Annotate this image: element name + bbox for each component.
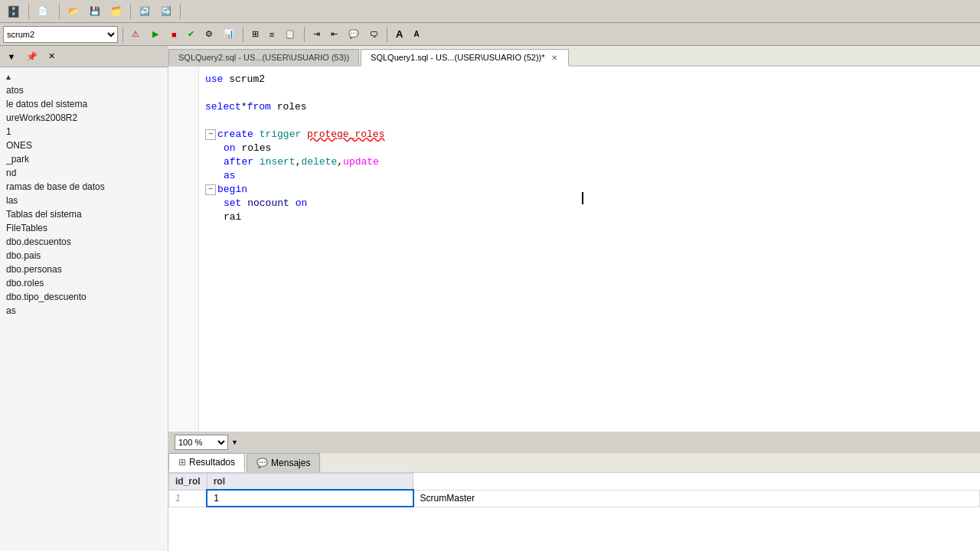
est-plan-icon: 📊 [224, 29, 234, 39]
code-line-use: use scrum2 [205, 73, 980, 86]
sidebar-item-4[interactable]: ONES [0, 139, 168, 152]
sidebar-item-12[interactable]: dbo.pais [0, 249, 168, 262]
kw-on2: on [296, 197, 308, 210]
save-icon: 💾 [90, 6, 100, 16]
parse-icon: ✔ [188, 29, 194, 39]
tab-sqlquery2[interactable]: SQLQuery2.sql - US...(USER\USUARIO (53)) [168, 49, 359, 65]
resultados-label: Resultados [189, 457, 235, 468]
redo-icon: ↪️ [161, 6, 172, 16]
kw-use: use [205, 73, 223, 86]
sidebar-item-1[interactable]: le datos del sistema [0, 97, 168, 111]
col-header-id-rol: id_rol [169, 474, 207, 491]
results-table: id_rol rol 11ScrumMaster [168, 473, 980, 507]
collapse-begin-btn[interactable]: − [205, 184, 216, 195]
code-area[interactable]: use scrum2 select*from roles − create tr… [199, 67, 980, 432]
results-tabs: ⊞ Resultados 💬 Mensajes [168, 453, 980, 473]
results-grid-icon: ⊞ [178, 457, 186, 468]
editor-bottom-bar: 100 % 75 % 150 % 200 % ▼ [168, 432, 980, 452]
kw-create: create [217, 128, 253, 142]
results-to-file-btn[interactable]: 📋 [281, 27, 299, 41]
sidebar-item-14[interactable]: dbo.roles [0, 276, 168, 290]
include-actual-plan-btn[interactable]: ⚙ [201, 27, 217, 41]
sidebar-item-10[interactable]: FileTables [0, 221, 168, 235]
zoom-dropdown-icon: ▼ [231, 439, 238, 446]
sidebar-item-7[interactable]: ramas de base de datos [0, 180, 168, 194]
sidebar-item-6[interactable]: nd [0, 166, 168, 180]
sidebar-item-0[interactable]: atos [0, 83, 168, 97]
code-editor[interactable]: use scrum2 select*from roles − create tr… [168, 67, 980, 432]
sidebar-item-11[interactable]: dbo.descuentos [0, 235, 168, 249]
results-tab-mensajes[interactable]: 💬 Mensajes [247, 453, 320, 472]
sidebar-pin-btn[interactable]: 📌 [23, 48, 40, 65]
tabs-bar: SQLQuery2.sql - US...(USER\USUARIO (53))… [168, 46, 980, 67]
line-numbers [168, 67, 199, 432]
sidebar-close-btn[interactable]: ✕ [43, 48, 60, 65]
increase-indent-btn[interactable]: ⇥ [309, 27, 324, 41]
database-selector[interactable]: scrum2 [3, 26, 118, 43]
code-line-set: set nocount on [205, 197, 980, 210]
zoom-selector[interactable]: 100 % 75 % 150 % 200 % [175, 435, 228, 450]
comment-icon: 💬 [348, 29, 359, 39]
cell-id-rol[interactable]: 1 [207, 490, 413, 507]
stop-btn[interactable]: ■ [168, 28, 181, 41]
tab-sqlquery1-close[interactable]: ✕ [550, 54, 559, 62]
separator-6 [243, 27, 243, 42]
space [253, 128, 260, 142]
sidebar-item-15[interactable]: dbo.tipo_descuento [0, 290, 168, 304]
sidebar-item-3[interactable]: 1 [0, 125, 168, 139]
separator-5 [122, 27, 123, 42]
undo-btn[interactable]: ↩️ [136, 4, 154, 18]
play-icon: ▶ [152, 29, 158, 39]
collapse-icon: ▲ [5, 73, 12, 81]
depurar-btn[interactable]: ▶ [149, 27, 165, 41]
sidebar-menu-btn[interactable]: ▼ [3, 48, 20, 65]
results-header-row: id_rol rol [169, 474, 980, 491]
font-increase-btn[interactable]: A [392, 26, 407, 42]
code-line-after: after insert , delete , update [205, 155, 980, 169]
results-to-text-btn[interactable]: ≡ [266, 28, 278, 41]
tab-sqlquery1[interactable]: SQLQuery1.sql - US...(USER\USUARIO (52))… [361, 49, 568, 67]
sidebar-server-item[interactable]: ▲ [0, 70, 168, 83]
results-tab-resultados[interactable]: ⊞ Resultados [168, 453, 245, 472]
ejecutar-btn[interactable]: ⚠ [128, 27, 145, 41]
undo-icon: ↩️ [139, 6, 150, 16]
dedent-icon: ⇤ [331, 29, 338, 39]
open-file-icon: 📂 [68, 6, 79, 16]
save-all-btn[interactable]: 🗂️ [107, 4, 126, 18]
app-icon: 🗄️ [7, 5, 20, 18]
separator-1 [28, 4, 29, 19]
sidebar-item-2[interactable]: ureWorks2008R2 [0, 111, 168, 125]
separator-3 [130, 4, 131, 19]
results-content: id_rol rol 11ScrumMaster [168, 473, 980, 551]
collapse-trigger-btn[interactable]: − [205, 129, 216, 140]
sidebar-item-5[interactable]: _park [0, 152, 168, 166]
save-btn[interactable]: 💾 [86, 4, 104, 18]
results-to-grid-btn[interactable]: ⊞ [248, 27, 263, 41]
main-area: ▼ 📌 ✕ ▲ atosle datos del sistemaureWorks… [0, 46, 980, 551]
sidebar-item-13[interactable]: dbo.personas [0, 262, 168, 276]
app-icon-btn[interactable]: 🗄️ [3, 3, 24, 20]
toolbar-second: scrum2 ⚠ ▶ ■ ✔ ⚙ 📊 ⊞ ≡ 📋 ⇥ ⇤ 💬 🗨 A A [0, 23, 980, 46]
sidebar-item-16[interactable]: as [0, 304, 168, 318]
comment-btn[interactable]: 💬 [345, 27, 363, 41]
separator-2 [59, 4, 60, 19]
kw-nocount: nocount [247, 197, 289, 210]
open-file-btn[interactable]: 📂 [64, 4, 83, 18]
col-header-rol: rol [207, 474, 413, 491]
redo-btn[interactable]: ↪️ [157, 4, 175, 18]
separator-7 [304, 27, 305, 42]
uncomment-btn[interactable]: 🗨 [366, 28, 382, 41]
font-decrease-btn[interactable]: A [410, 28, 423, 41]
kw-as: as [224, 169, 236, 183]
cell-rol[interactable]: ScrumMaster [413, 490, 980, 507]
nueva-consulta-btn[interactable]: 📄 [34, 4, 54, 18]
menu-icon: ▼ [8, 52, 16, 61]
parse-btn[interactable]: ✔ [184, 27, 198, 41]
db-name: scrum2 [223, 73, 265, 86]
sidebar-item-9[interactable]: Tablas del sistema [0, 207, 168, 221]
rai-text: rai [224, 210, 241, 224]
display-est-plan-btn[interactable]: 📊 [220, 27, 238, 41]
sidebar-item-8[interactable]: las [0, 194, 168, 207]
text-cursor [582, 192, 583, 204]
decrease-indent-btn[interactable]: ⇤ [327, 27, 341, 41]
